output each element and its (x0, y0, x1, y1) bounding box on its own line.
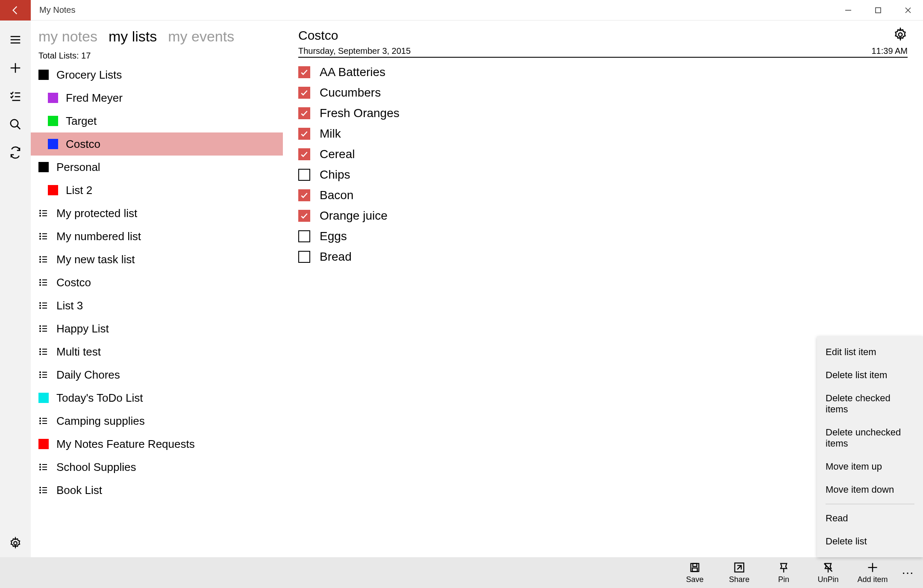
window-controls (833, 0, 923, 21)
sidebar-item[interactable]: List 2 (31, 179, 283, 202)
sidebar-item[interactable]: Costco (31, 271, 283, 294)
checklist-row[interactable]: AA Batteries (298, 62, 908, 82)
pin-button[interactable]: Pin (761, 557, 806, 588)
sidebar-item-label: Costco (56, 276, 91, 289)
view-tabs: my notes my lists my events (31, 21, 283, 47)
context-menu-item[interactable]: Delete unchecked items (817, 421, 923, 455)
svg-point-69 (40, 464, 41, 465)
checkbox[interactable] (298, 87, 310, 99)
maximize-button[interactable] (863, 0, 893, 21)
sidebar-item[interactable]: My numbered list (31, 225, 283, 248)
sidebar-item-label: Book List (56, 484, 102, 497)
sidebar-item-label: Costco (66, 138, 100, 151)
checklist-row[interactable]: Eggs (298, 226, 908, 247)
checklist-icon[interactable] (0, 82, 31, 110)
sidebar-item-label: Fred Meyer (66, 91, 123, 105)
unpin-label: UnPin (817, 575, 838, 584)
list-icon (38, 254, 49, 265)
sidebar-item[interactable]: My Notes Feature Requests (31, 432, 283, 456)
minimize-button[interactable] (833, 0, 863, 21)
svg-rect-83 (693, 563, 697, 566)
sidebar-item[interactable]: Daily Chores (31, 363, 283, 386)
checkbox[interactable] (298, 251, 310, 263)
add-item-button[interactable]: Add item (850, 557, 895, 588)
checkbox[interactable] (298, 210, 310, 222)
svg-point-45 (40, 326, 41, 326)
svg-point-75 (40, 487, 41, 488)
context-menu-item[interactable]: Delete checked items (817, 387, 923, 421)
sidebar-item[interactable]: Camping supplies (31, 409, 283, 432)
sidebar-item[interactable]: List 3 (31, 294, 283, 317)
sidebar-item[interactable]: Multi test (31, 340, 283, 363)
svg-point-23 (40, 236, 41, 237)
sidebar-item[interactable]: Happy List (31, 317, 283, 340)
share-label: Share (729, 575, 750, 584)
unpin-button[interactable]: UnPin (806, 557, 850, 588)
sidebar-item[interactable]: Fred Meyer (31, 86, 283, 109)
sidebar-item[interactable]: My new task list (31, 248, 283, 271)
sidebar-item[interactable]: Personal (31, 156, 283, 179)
svg-point-17 (40, 213, 41, 214)
list-icon (38, 485, 49, 495)
checklist: AA BatteriesCucumbersFresh OrangesMilkCe… (298, 62, 908, 267)
svg-point-27 (40, 256, 41, 257)
sidebar-item[interactable]: School Supplies (31, 456, 283, 479)
sync-button[interactable] (0, 138, 31, 167)
checklist-row[interactable]: Milk (298, 123, 908, 144)
svg-point-73 (40, 469, 41, 470)
tab-notes[interactable]: my notes (38, 28, 97, 45)
back-button[interactable] (0, 0, 31, 21)
svg-point-19 (40, 215, 41, 216)
more-button[interactable]: ⋯ (895, 566, 920, 580)
list-settings-button[interactable] (893, 27, 908, 44)
checklist-row[interactable]: Chips (298, 165, 908, 185)
checklist-row[interactable]: Fresh Oranges (298, 103, 908, 123)
context-menu-item[interactable]: Edit list item (817, 341, 923, 364)
checklist-row[interactable]: Cucumbers (298, 82, 908, 103)
sidebar-item[interactable]: Target (31, 109, 283, 132)
add-button[interactable] (0, 54, 31, 82)
context-menu-item[interactable]: Move item up (817, 455, 923, 478)
svg-point-47 (40, 328, 41, 329)
context-menu-item[interactable]: Read (817, 507, 923, 530)
close-button[interactable] (893, 0, 923, 21)
total-lists-label: Total Lists: 17 (31, 47, 283, 63)
checklist-item-label: Fresh Oranges (320, 106, 400, 120)
checkbox[interactable] (298, 169, 310, 181)
sidebar-item[interactable]: Book List (31, 479, 283, 502)
sidebar-item[interactable]: Grocery Lists (31, 63, 283, 86)
checkbox[interactable] (298, 230, 310, 242)
svg-point-63 (40, 418, 41, 419)
svg-point-39 (40, 303, 41, 303)
context-menu-item[interactable]: Move item down (817, 478, 923, 501)
checklist-row[interactable]: Bread (298, 247, 908, 267)
svg-point-41 (40, 305, 41, 306)
checkbox[interactable] (298, 66, 310, 78)
sidebar-item[interactable]: Today's ToDo List (31, 386, 283, 409)
svg-point-81 (899, 33, 902, 37)
list-icon (38, 462, 49, 472)
context-menu-item[interactable]: Delete list (817, 530, 923, 553)
checkbox[interactable] (298, 148, 310, 160)
checklist-row[interactable]: Orange juice (298, 206, 908, 226)
checkbox[interactable] (298, 189, 310, 201)
settings-button[interactable] (0, 529, 31, 557)
checklist-row[interactable]: Bacon (298, 185, 908, 206)
checkbox[interactable] (298, 128, 310, 140)
share-button[interactable]: Share (717, 557, 761, 588)
color-swatch (38, 162, 49, 172)
sidebar-item-label: My new task list (56, 253, 135, 266)
tab-lists[interactable]: my lists (109, 28, 157, 45)
checkbox[interactable] (298, 107, 310, 119)
checklist-item-label: Bread (320, 250, 352, 264)
hamburger-button[interactable] (0, 26, 31, 54)
tab-events[interactable]: my events (168, 28, 234, 45)
context-menu-item[interactable]: Delete list item (817, 364, 923, 387)
svg-point-15 (40, 210, 41, 211)
search-button[interactable] (0, 110, 31, 138)
sidebar-item[interactable]: Costco (31, 132, 283, 156)
sidebar-item[interactable]: My protected list (31, 202, 283, 225)
checklist-item-label: Cereal (320, 147, 355, 161)
save-button[interactable]: Save (673, 557, 717, 588)
checklist-row[interactable]: Cereal (298, 144, 908, 165)
